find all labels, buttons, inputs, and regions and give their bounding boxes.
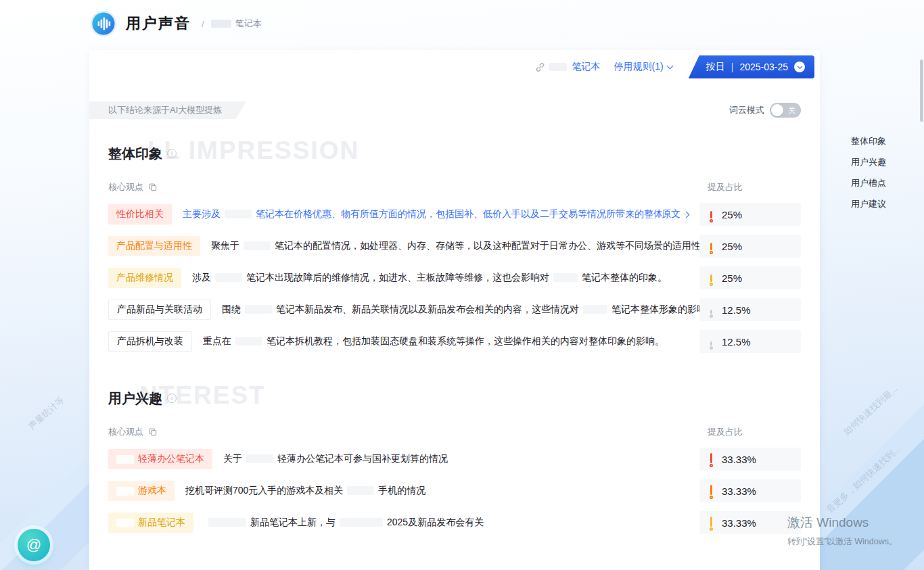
topic-tag[interactable]: 产品配置与适用性: [108, 236, 200, 256]
date-mode-label: 按日: [706, 61, 725, 73]
redacted-text: [244, 241, 271, 250]
mention-ratio: 12.5%: [699, 298, 801, 321]
topic-tag[interactable]: 新品笔记本: [108, 513, 193, 533]
redacted-text: [553, 273, 578, 282]
ratio-dot: [710, 346, 713, 350]
ai-notice-banner: 以下结论来源于AI大模型提炼: [89, 101, 246, 119]
insight-text: 围绕笔记本新品发布、新品关联情况以及新品发布会相关的内容，这些情况对笔记本整体形…: [222, 304, 699, 316]
sidenav-item[interactable]: 用户兴趣: [851, 156, 886, 168]
wordcloud-control: 词云模式 关: [729, 103, 801, 118]
insight-row[interactable]: 轻薄办公笔记本关于轻薄办公笔记本可参与国补更划算的情况33.33%: [108, 448, 801, 471]
scrollbar-thumb[interactable]: [920, 60, 923, 122]
ratio-dot: [710, 464, 713, 467]
date-selector-button[interactable]: 按日 | 2025-03-25: [689, 55, 814, 78]
ratio-bar: [710, 453, 712, 463]
topic-tag[interactable]: 产品拆机与改装: [108, 331, 192, 352]
background-watermark: 声量统计等: [26, 394, 66, 433]
ratio-marker-icon: [708, 206, 715, 222]
date-value: 2025-03-25: [739, 62, 788, 72]
ratio-value: 12.5%: [722, 336, 751, 348]
ratio-value: 33.33%: [722, 485, 756, 497]
section-title: 用户兴趣: [108, 389, 162, 408]
rows-list: 性价比相关主要涉及笔记本在价格优惠、物有所值方面的情况，包括国补、低价入手以及二…: [108, 203, 801, 353]
chevron-down-icon: [666, 63, 673, 70]
mention-ratio: 25%: [699, 203, 801, 226]
support-float-button[interactable]: @: [18, 529, 50, 561]
ratio-value: 25%: [722, 209, 742, 220]
insight-text: 新品笔记本上新，与2025及新品发布会有关: [204, 517, 699, 529]
section-header: NTEREST用户兴趣i: [108, 387, 801, 410]
topic-tag[interactable]: 性价比相关: [108, 204, 172, 224]
insight-row[interactable]: 性价比相关主要涉及笔记本在价格优惠、物有所值方面的情况，包括国补、低价入手以及二…: [108, 203, 801, 226]
redacted-text: [246, 454, 273, 463]
ratio-dot: [710, 283, 713, 286]
insight-text: 重点在笔记本拆机教程，包括加装固态硬盘和装系统等操作，这些操作相关的内容对整体印…: [203, 335, 699, 348]
mention-ratio-label: 提及占比: [699, 181, 801, 193]
app-logo-icon: [91, 11, 116, 37]
redacted-brand: [211, 20, 231, 28]
topic-tag[interactable]: 产品维修情况: [108, 268, 181, 288]
notice-row: 以下结论来源于AI大模型提炼 词云模式 关: [89, 101, 820, 119]
ratio-bar: [710, 310, 712, 314]
toolbar: 笔记本 停用规则(1) 按日 | 2025-03-25: [89, 50, 820, 84]
topic-tag[interactable]: 轻薄办公笔记本: [108, 449, 212, 469]
mention-ratio: 33.33%: [699, 511, 801, 534]
redacted-text: [208, 518, 246, 527]
ratio-bar: [710, 211, 712, 218]
core-points-label: 核心观点: [108, 426, 143, 438]
insight-row[interactable]: 产品新品与关联活动围绕笔记本新品发布、新品关联情况以及新品发布会相关的内容，这些…: [108, 298, 801, 321]
ratio-marker-icon: [708, 451, 715, 467]
ratio-bar: [710, 243, 712, 250]
toggle-knob: [771, 104, 783, 116]
windows-activation-line1: 激活 Windows: [787, 514, 898, 531]
background-watermark: 如何快速找到最...: [841, 383, 900, 438]
copy-icon[interactable]: [149, 428, 157, 436]
column-headers: 核心观点提及占比: [108, 426, 801, 438]
breadcrumb-separator: /: [202, 19, 204, 29]
insight-row[interactable]: 游戏本挖机哥评测700元入手的游戏本及相关手机的情况33.33%: [108, 479, 801, 502]
ratio-value: 25%: [722, 272, 742, 284]
ratio-marker-icon: [708, 515, 715, 531]
mention-ratio: 33.33%: [699, 479, 801, 502]
toolbar-product-label[interactable]: 笔记本: [572, 61, 601, 73]
info-icon[interactable]: i: [167, 149, 177, 158]
disabled-rules-dropdown[interactable]: 停用规则(1): [614, 61, 672, 73]
origin-link[interactable]: 原文: [662, 208, 689, 220]
ratio-bar: [710, 341, 712, 346]
insight-row[interactable]: 产品配置与适用性聚焦于笔记本的配置情况，如处理器、内存、存储等，以及这种配置对于…: [108, 235, 801, 258]
link-icon[interactable]: [535, 62, 545, 72]
insight-row[interactable]: 产品维修情况涉及笔记本出现故障后的维修情况，如进水、主板故障等维修，这也会影响对…: [108, 266, 801, 289]
mention-ratio-label: 提及占比: [699, 426, 801, 438]
redacted-brand: [549, 63, 567, 71]
core-points-label: 核心观点: [108, 181, 143, 193]
section-header: LL IMPRESSION整体印象i: [108, 142, 801, 165]
topic-tag[interactable]: 产品新品与关联活动: [108, 300, 211, 320]
ratio-bar: [710, 275, 712, 282]
sidenav-item[interactable]: 用户槽点: [851, 177, 886, 189]
insight-text: 挖机哥评测700元入手的游戏本及相关手机的情况: [185, 485, 699, 497]
redacted-text: [116, 455, 134, 464]
insight-row[interactable]: 产品拆机与改装重点在笔记本拆机教程，包括加装固态硬盘和装系统等操作，这些操作相关…: [108, 330, 801, 353]
sections-container: LL IMPRESSION整体印象i核心观点提及占比性价比相关主要涉及笔记本在价…: [89, 142, 820, 534]
mention-ratio: 25%: [699, 266, 801, 289]
info-icon[interactable]: i: [167, 394, 177, 403]
mention-ratio: 25%: [699, 235, 801, 258]
sidenav-item[interactable]: 用户建议: [851, 198, 886, 210]
topic-tag[interactable]: 游戏本: [108, 481, 175, 501]
column-headers: 核心观点提及占比: [108, 181, 801, 193]
ratio-bar: [710, 517, 712, 527]
section-user-interest: NTEREST用户兴趣i核心观点提及占比轻薄办公笔记本关于轻薄办公笔记本可参与国…: [89, 387, 820, 534]
ratio-value: 12.5%: [722, 304, 751, 316]
section-title: 整体印象: [108, 145, 162, 163]
ratio-value: 25%: [722, 241, 742, 252]
sidenav-item[interactable]: 整体印象: [851, 135, 886, 147]
wordcloud-toggle[interactable]: 关: [770, 103, 801, 118]
ratio-value: 33.33%: [722, 454, 756, 465]
copy-icon[interactable]: [149, 183, 157, 191]
rows-list: 轻薄办公笔记本关于轻薄办公笔记本可参与国补更划算的情况33.33%游戏本挖机哥评…: [108, 448, 801, 534]
redacted-text: [116, 519, 134, 527]
ratio-marker-icon: [708, 483, 715, 499]
ratio-dot: [710, 314, 713, 318]
ratio-marker-icon: [708, 302, 715, 318]
insight-row[interactable]: 新品笔记本新品笔记本上新，与2025及新品发布会有关33.33%: [108, 511, 801, 534]
